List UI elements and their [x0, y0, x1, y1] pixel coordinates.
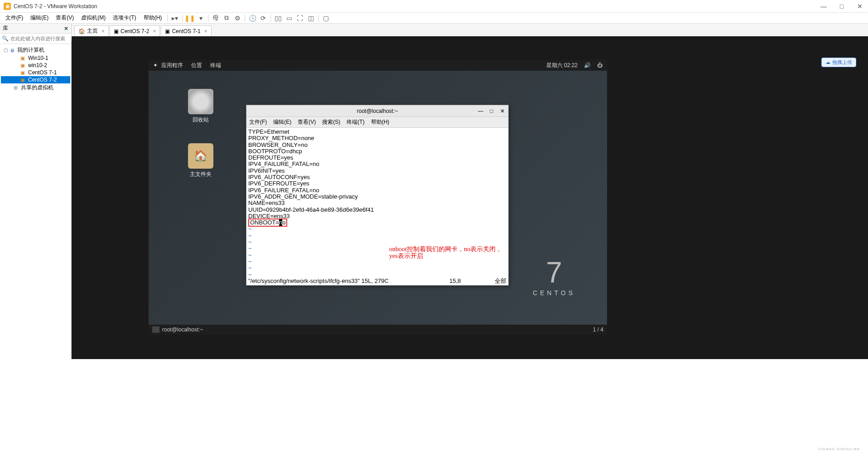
tree-shared-vms[interactable]: ⊞ 共享的虚拟机	[1, 83, 70, 92]
tree-vm-centos72[interactable]: ▣ CentOS 7-2	[1, 76, 70, 83]
tab-centos71[interactable]: ▣ CentOS 7-1 ×	[161, 25, 211, 36]
tab-centos72[interactable]: ▣ CentOS 7-2 ×	[110, 25, 160, 36]
term-line: IPV6INIT=yes	[248, 168, 506, 174]
taskbar-app-label[interactable]: root@localhost:~	[162, 326, 203, 333]
fullscreen-icon[interactable]: ⛶	[295, 14, 304, 23]
folder-image	[188, 143, 213, 169]
tab-label: 主页	[87, 27, 98, 35]
term-maximize-button[interactable]: □	[487, 107, 496, 115]
gnome-terminal[interactable]: 终端	[210, 62, 221, 69]
taskbar-app-icon[interactable]	[152, 326, 159, 333]
tab-label: CentOS 7-2	[121, 28, 149, 34]
snapshot-mgr-icon[interactable]: ⧉	[222, 14, 231, 23]
tree-label: Win10-1	[28, 55, 48, 61]
watermark-text: 创新互联	[818, 441, 860, 447]
revert-icon[interactable]: ⚙	[233, 14, 242, 23]
term-line: NAME=ens33	[248, 200, 506, 206]
refresh-icon[interactable]: ⟳	[259, 14, 268, 23]
vmware-icon: ▣	[4, 3, 11, 10]
layout2-icon[interactable]: ▭	[285, 14, 294, 23]
cloud-icon: ☁	[825, 59, 830, 65]
expand-icon[interactable]: ▢	[3, 48, 8, 53]
menu-edit[interactable]: 编辑(E)	[27, 14, 52, 22]
term-tilde: ~	[248, 265, 506, 271]
main-area: 🏠 主页 × ▣ CentOS 7-2 × ▣ CentOS 7-1 × ☁ 拖…	[72, 24, 868, 359]
gnome-datetime[interactable]: 星期六 02:22	[546, 62, 578, 69]
tree-vm-centos71[interactable]: ▣ CentOS 7-1	[1, 69, 70, 76]
term-menu-file[interactable]: 文件(F)	[249, 118, 267, 126]
gnome-places[interactable]: 位置	[191, 62, 202, 69]
gnome-desktop[interactable]: 回收站 主文件夹 7 CENTOS root@localhost:~ — □ ✕	[149, 71, 607, 325]
next-icon[interactable]: ▾	[196, 14, 205, 23]
terminal-titlebar[interactable]: root@localhost:~ — □ ✕	[246, 105, 508, 117]
tree-label: 我的计算机	[17, 46, 44, 54]
centos-logo: 7 CENTOS	[533, 256, 575, 297]
maximize-button[interactable]: □	[837, 3, 846, 10]
term-close-button[interactable]: ✕	[498, 107, 506, 115]
menu-file[interactable]: 文件(F)	[2, 14, 27, 22]
term-line: TYPE=Ethernet	[248, 129, 506, 135]
pause-icon[interactable]: ❚❚	[185, 14, 194, 23]
power-icon[interactable]: ⏻	[597, 62, 603, 68]
upload-button[interactable]: ☁ 拖拽上传	[821, 58, 856, 67]
unity-icon[interactable]: ◫	[306, 14, 315, 23]
tab-close-icon[interactable]: ×	[153, 28, 156, 34]
term-menu-help[interactable]: 帮助(H)	[371, 118, 390, 126]
home-label: 主文件夹	[180, 170, 221, 178]
vm-icon: ▣	[19, 77, 26, 83]
menubar: 文件(F) 编辑(E) 查看(V) 虚拟机(M) 选项卡(T) 帮助(H) ▸▾…	[0, 13, 868, 24]
term-line: BOOTPROTO=dhcp	[248, 148, 506, 155]
tab-home[interactable]: 🏠 主页 ×	[74, 25, 109, 36]
search-input[interactable]	[10, 36, 73, 41]
trash-icon[interactable]: 回收站	[180, 89, 221, 124]
watermark-logo: X	[803, 440, 815, 452]
terminal-window[interactable]: root@localhost:~ — □ ✕ 文件(F) 编辑(E) 查看(V)…	[246, 105, 509, 286]
minimize-button[interactable]: —	[819, 3, 828, 10]
menu-tabs[interactable]: 选项卡(T)	[109, 14, 140, 22]
vm-viewport[interactable]: ✦ 应用程序 位置 终端 星期六 02:22 🔊 ⏻ 回收站 主文件夹 7 CE…	[149, 60, 607, 335]
console-icon[interactable]: ▢	[321, 14, 330, 23]
volume-icon[interactable]: 🔊	[584, 62, 591, 68]
menu-help[interactable]: 帮助(H)	[140, 14, 166, 22]
window-controls: — □ ✕	[819, 3, 864, 10]
workspace-indicator[interactable]: 1 / 4	[593, 326, 603, 333]
clock-icon[interactable]: 🕓	[248, 14, 257, 23]
term-minimize-button[interactable]: —	[477, 107, 485, 115]
activities-icon[interactable]: ✦	[153, 62, 158, 68]
term-menu-terminal[interactable]: 终端(T)	[347, 118, 364, 126]
separator	[318, 15, 318, 22]
layout1-icon[interactable]: ▯▯	[274, 14, 283, 23]
vm-icon: ▣	[19, 55, 26, 61]
gnome-apps[interactable]: 应用程序	[161, 62, 183, 69]
vim-cursor-pos: 15,8	[449, 278, 495, 284]
sidebar-title: 库	[3, 24, 8, 32]
tree-vm-win10-2[interactable]: ▣ win10-2	[1, 62, 70, 69]
term-menu-view[interactable]: 查看(V)	[298, 118, 316, 126]
tree-label: CentOS 7-2	[28, 77, 57, 83]
tree-vm-win10-1[interactable]: ▣ Win10-1	[1, 54, 70, 62]
home-folder-icon[interactable]: 主文件夹	[180, 143, 221, 178]
term-line: IPV4_FAILURE_FATAL=no	[248, 161, 506, 167]
sidebar-search: 🔍 ▼	[0, 34, 71, 44]
term-line: BROWSER_ONLY=no	[248, 142, 506, 148]
sidebar-close-icon[interactable]: ✕	[64, 25, 68, 32]
menu-vm[interactable]: 虚拟机(M)	[77, 14, 109, 22]
term-tilde: ~	[248, 272, 506, 278]
menu-view[interactable]: 查看(V)	[52, 14, 77, 22]
close-button[interactable]: ✕	[855, 3, 864, 10]
term-menu-edit[interactable]: 编辑(E)	[273, 118, 291, 126]
separator	[208, 15, 208, 22]
tab-close-icon[interactable]: ×	[204, 28, 207, 34]
snapshot-icon[interactable]: 母	[211, 14, 220, 23]
power-dropdown-icon[interactable]: ▸▾	[170, 14, 179, 23]
term-line: IPV6_FAILURE_FATAL=no	[248, 187, 506, 194]
term-menu-search[interactable]: 搜索(S)	[322, 118, 340, 126]
separator	[182, 15, 183, 22]
watermark-sub: CDIANG XINHULIAN	[818, 447, 860, 451]
vm-icon: ▣	[19, 69, 26, 76]
annotation-text: onboot控制着我们的网卡，no表示关闭，yes表示开启	[389, 246, 508, 260]
home-icon: 🏠	[78, 28, 85, 34]
terminal-content[interactable]: TYPE=Ethernet PROXY_METHOD=none BROWSER_…	[246, 128, 508, 285]
tab-close-icon[interactable]: ×	[101, 28, 105, 34]
tree-my-computer[interactable]: ▢ 🖥 我的计算机	[1, 46, 70, 54]
